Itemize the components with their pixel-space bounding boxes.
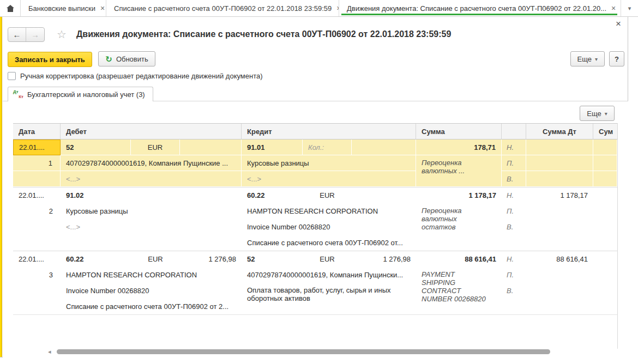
cell-empty[interactable] xyxy=(593,155,617,171)
form-toolbar: Записать и закрыть ↻ Обновить Еще ▾ ? xyxy=(8,51,628,66)
cell-flag-p[interactable]: П. xyxy=(502,203,526,219)
cell-flag-v[interactable]: В. xyxy=(502,219,526,235)
cell-debit-analytics[interactable]: <...> xyxy=(61,171,242,187)
cell-debit-currency[interactable]: EUR xyxy=(131,139,180,155)
horizontal-scrollbar[interactable]: ◂ xyxy=(48,349,617,354)
cell-credit-analytics[interactable]: Оплата товаров, работ, услуг, сырья и ин… xyxy=(242,283,416,314)
cell-debit-analytics[interactable]: HAMPTON RESEARCH CORPORATION xyxy=(61,267,242,283)
cell-sum-note[interactable]: Переоценка валютных остатков xyxy=(416,203,502,251)
manual-correction-checkbox[interactable] xyxy=(8,72,16,80)
page-title: Движения документа: Списание с расчетног… xyxy=(76,29,451,39)
cell-flag-v[interactable]: В. xyxy=(502,283,526,299)
cell-row-number[interactable]: 1 xyxy=(13,155,61,171)
cell-sum-dt[interactable]: 1 178,17 xyxy=(526,187,593,203)
cell-empty[interactable] xyxy=(593,171,617,187)
cell-sum-note[interactable]: PAYMENT SHIPPING CONTRACT NUMBER 0026882… xyxy=(416,267,502,314)
cell-debit-analytics[interactable]: 40702978740000001619, Компания Пущинские… xyxy=(61,155,242,171)
favorite-star-button[interactable]: ☆ xyxy=(57,29,67,40)
cell-flag-n[interactable]: Н. xyxy=(502,139,526,155)
cell-credit-amount[interactable] xyxy=(352,139,416,155)
cell-credit-analytics[interactable]: Списание с расчетного счета 00УТ-П06902 … xyxy=(242,235,416,251)
cell-debit-amount[interactable]: 1 276,98 xyxy=(180,251,242,267)
table-row[interactable]: 22.01.... 91.02 60.22 EUR 1 178,17 Н. 1 … xyxy=(13,187,617,251)
forward-button[interactable]: → xyxy=(26,28,44,41)
cell-flag-p[interactable]: П. xyxy=(502,267,526,283)
save-and-close-button[interactable]: Записать и закрыть xyxy=(8,52,92,67)
cell-credit-analytics[interactable]: 40702978740000001619, Компания Пущински.… xyxy=(242,267,416,283)
col-header-credit[interactable]: Кредит xyxy=(242,124,416,139)
tab-list-dropdown-button[interactable]: ▾ xyxy=(621,0,638,16)
cell-sum-dt[interactable] xyxy=(526,139,593,155)
cell-debit-currency[interactable]: EUR xyxy=(131,251,180,267)
tab-bank-statements[interactable]: Банковские выписки × xyxy=(21,0,106,16)
cell-empty[interactable] xyxy=(526,155,593,171)
home-button[interactable] xyxy=(0,0,21,16)
home-icon xyxy=(7,5,14,12)
cell-empty[interactable] xyxy=(526,171,593,187)
star-icon: ☆ xyxy=(57,28,67,40)
app-screen: Банковские выписки × Списание с расчетно… xyxy=(0,0,638,364)
tab-document-movements[interactable]: Движения документа: Списание с расчетног… xyxy=(339,0,621,16)
cell-debit-amount[interactable] xyxy=(180,139,242,155)
manual-correction-row: Ручная корректировка (разрешает редактир… xyxy=(8,72,263,80)
cell-empty[interactable] xyxy=(13,171,61,187)
cell-flag-v[interactable]: В. xyxy=(502,171,526,187)
cell-flag-n[interactable]: Н. xyxy=(502,251,526,267)
back-icon: ← xyxy=(13,30,21,39)
more-button[interactable]: Еще ▾ xyxy=(570,51,605,66)
table-row[interactable]: 22.01.... 60.22 EUR 1 276,98 52 EUR 1 27… xyxy=(13,251,617,315)
cell-flag-p[interactable]: П. xyxy=(502,155,526,171)
col-header-debit[interactable]: Дебет xyxy=(61,124,242,139)
scrollbar-thumb[interactable] xyxy=(57,349,550,354)
form-close-button[interactable]: × xyxy=(616,19,621,28)
cell-credit-account[interactable]: 60.22 xyxy=(242,187,303,203)
cell-credit-currency[interactable]: EUR xyxy=(303,187,352,203)
grid-more-button[interactable]: Еще ▾ xyxy=(580,106,615,121)
cell-row-number[interactable]: 3 xyxy=(13,267,61,283)
cell-credit-analytics[interactable]: Invoice Number 00268820 xyxy=(242,219,416,235)
cell-debit-account[interactable]: 60.22 xyxy=(61,251,131,267)
col-header-sum[interactable]: Сумма xyxy=(416,124,502,139)
cell-credit-account[interactable]: 52 xyxy=(242,251,303,267)
cell-sum[interactable]: 1 178,17 xyxy=(416,187,502,203)
tab-writeoff-document[interactable]: Списание с расчетного счета 00УТ-П06902 … xyxy=(106,0,339,16)
cell-credit-amount[interactable]: 1 276,98 xyxy=(352,251,416,267)
cell-date[interactable]: 22.01.... xyxy=(13,139,61,155)
cell-credit-qty-label[interactable]: Кол.: xyxy=(303,139,352,155)
cell-sum-kt[interactable] xyxy=(593,139,617,155)
col-header-sum-dt[interactable]: Сумма Дт xyxy=(526,124,593,139)
refresh-icon: ↻ xyxy=(105,55,112,63)
cell-credit-analytics[interactable]: Курсовые разницы xyxy=(242,155,416,171)
back-button[interactable]: ← xyxy=(8,28,26,41)
cell-sum-dt[interactable]: 88 616,41 xyxy=(526,251,593,267)
grid-more-label: Еще xyxy=(587,110,601,118)
col-header-flags[interactable] xyxy=(502,124,526,139)
cell-debit-account[interactable]: 52 xyxy=(61,139,131,155)
cell-debit-analytics[interactable]: Списание с расчетного счета 00УТ-П06902 … xyxy=(61,299,242,314)
cell-credit-account[interactable]: 91.01 xyxy=(242,139,303,155)
tab-label: Движения документа: Списание с расчетног… xyxy=(347,4,606,13)
cell-debit-analytics[interactable]: Курсовые разницы xyxy=(61,203,242,219)
cell-debit-analytics[interactable]: <...> xyxy=(61,219,242,235)
cell-sum[interactable]: 178,71 xyxy=(416,139,502,155)
cell-credit-currency[interactable]: EUR xyxy=(303,251,352,267)
cell-debit-analytics[interactable]: Invoice Number 00268820 xyxy=(61,283,242,299)
scroll-left-icon[interactable]: ◂ xyxy=(48,349,51,355)
cell-debit-account[interactable]: 91.02 xyxy=(61,187,131,203)
close-icon[interactable]: × xyxy=(100,4,105,12)
refresh-button[interactable]: ↻ Обновить xyxy=(98,51,155,66)
cell-sum[interactable]: 88 616,41 xyxy=(416,251,502,267)
cell-sum-note[interactable]: Переоценка валютных ... xyxy=(416,155,502,187)
close-icon[interactable]: × xyxy=(611,4,616,12)
cell-credit-analytics[interactable]: <...> xyxy=(242,171,416,187)
cell-row-number[interactable]: 2 xyxy=(13,203,61,219)
cell-flag-n[interactable]: Н. xyxy=(502,187,526,203)
col-header-sum-kt[interactable]: Сум xyxy=(593,124,617,139)
cell-date[interactable]: 22.01.... xyxy=(13,251,61,267)
tab-accounting-and-tax[interactable]: ДтКт Бухгалтерский и налоговый учет (3) xyxy=(8,87,153,101)
cell-date[interactable]: 22.01.... xyxy=(13,187,61,203)
col-header-date[interactable]: Дата xyxy=(13,124,61,139)
table-row[interactable]: 22.01.... 52 EUR 91.01 Кол.: 178,71 Н. 1… xyxy=(13,139,617,187)
help-button[interactable]: ? xyxy=(609,51,624,66)
cell-credit-analytics[interactable]: HAMPTON RESEARCH CORPORATION xyxy=(242,203,416,219)
